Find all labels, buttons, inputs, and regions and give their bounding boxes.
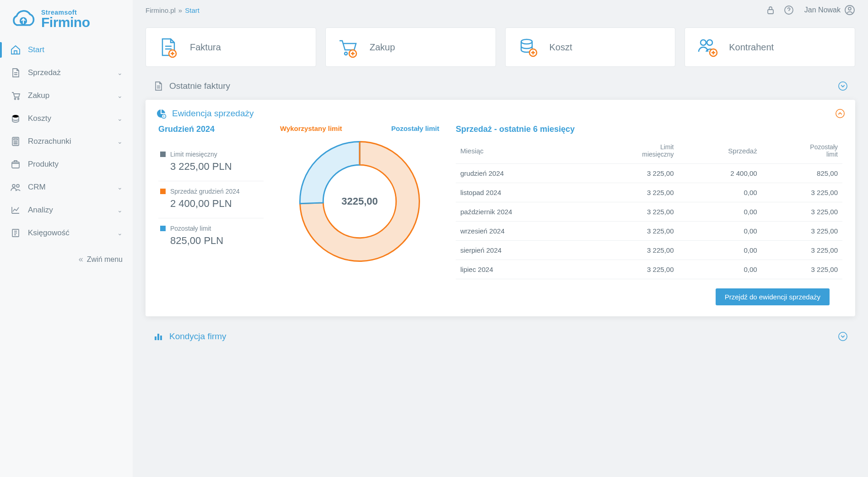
svg-point-11 <box>16 143 17 144</box>
swatch-orange <box>160 189 166 194</box>
sidebar-item-zakup[interactable]: Zakup ⌄ <box>0 84 133 107</box>
sidebar-item-label: Rozrachunki <box>28 137 71 146</box>
chevron-down-icon: ⌄ <box>117 229 123 237</box>
logo[interactable]: Streamsoft Firmino <box>0 0 133 35</box>
svg-point-28 <box>839 82 847 90</box>
svg-point-23 <box>521 39 532 44</box>
cell-month: wrzesień 2024 <box>456 222 589 241</box>
cart-icon <box>10 90 21 101</box>
svg-text:$: $ <box>163 115 165 118</box>
sidebar-item-label: Księgowość <box>28 228 70 238</box>
chart-label-used: Wykorzystany limit <box>280 125 342 132</box>
section-bar-company-health[interactable]: Kondycja firmy <box>146 325 855 348</box>
lock-icon[interactable] <box>765 5 776 16</box>
svg-point-9 <box>14 143 15 144</box>
brand-bottom: Firmino <box>41 16 90 29</box>
sidebar-item-ksiegowosc[interactable]: Księgowość ⌄ <box>0 222 133 244</box>
quick-card-faktura[interactable]: Faktura <box>146 27 316 67</box>
cell-limit: 3 225,00 <box>589 241 679 260</box>
help-icon[interactable] <box>783 5 794 16</box>
stat-value: 2 400,00 PLN <box>160 198 262 210</box>
cell-month: październik 2024 <box>456 202 589 222</box>
package-icon <box>10 159 21 170</box>
collapse-menu-button[interactable]: « Zwiń menu <box>0 248 133 271</box>
sidebar-item-start[interactable]: Start <box>0 38 133 61</box>
goto-sales-register-button[interactable]: Przejdź do ewidencji sprzedaży <box>716 288 830 305</box>
people-icon <box>10 182 21 193</box>
sidebar-item-label: Produkty <box>28 160 59 169</box>
cell-sales: 0,00 <box>679 183 762 202</box>
section-title: Ewidencja sprzedaży <box>172 108 253 119</box>
svg-point-8 <box>16 141 17 142</box>
sidebar-item-crm[interactable]: CRM ⌄ <box>0 176 133 199</box>
topbar: Firmino.pl » Start Jan Nowak <box>133 0 868 19</box>
chevron-down-circle-icon[interactable] <box>838 81 848 91</box>
stat-value: 3 225,00 PLN <box>160 161 262 173</box>
user-menu[interactable]: Jan Nowak <box>804 5 855 16</box>
book-icon <box>10 228 21 238</box>
cell-remain: 3 225,00 <box>762 222 842 241</box>
chevron-down-icon: ⌄ <box>117 138 123 145</box>
table-row: listopad 20243 225,000,003 225,00 <box>456 183 842 202</box>
table-row: październik 20243 225,000,003 225,00 <box>456 202 842 222</box>
col-limit: Limitmiesięczny <box>589 141 679 164</box>
svg-rect-36 <box>160 336 162 340</box>
sidebar-item-label: Zakup <box>28 91 49 100</box>
sidebar-item-koszty[interactable]: Koszty ⌄ <box>0 107 133 130</box>
section-bar-recent-invoices[interactable]: Ostatnie faktury <box>146 74 855 98</box>
user-name: Jan Nowak <box>804 6 841 14</box>
double-chevron-left-icon: « <box>79 255 83 264</box>
svg-point-1 <box>15 98 16 100</box>
cell-sales: 0,00 <box>679 241 762 260</box>
sidebar: Streamsoft Firmino Start Sprzedaż ⌄ Zaku… <box>0 0 133 477</box>
svg-point-37 <box>839 332 847 341</box>
section-bar-sales-register[interactable]: $ Ewidencja sprzedaży <box>146 100 855 122</box>
sidebar-item-analizy[interactable]: Analizy ⌄ <box>0 199 133 222</box>
pie-chart-icon: $ <box>156 108 167 119</box>
sidebar-item-sprzedaz[interactable]: Sprzedaż ⌄ <box>0 61 133 84</box>
collapse-menu-label: Zwiń menu <box>87 255 123 264</box>
calculator-icon <box>10 136 21 147</box>
donut-slice <box>300 142 360 204</box>
stat-sales: Sprzedaż grudzień 2024 2 400,00 PLN <box>158 181 264 218</box>
cell-remain: 3 225,00 <box>762 202 842 222</box>
col-sales: Sprzedaż <box>679 141 762 164</box>
donut-chart: 3225,00 <box>293 135 426 268</box>
svg-rect-16 <box>768 10 773 14</box>
quick-card-koszt[interactable]: Koszt <box>505 27 676 67</box>
svg-point-21 <box>345 52 347 55</box>
table-row: sierpień 20243 225,000,003 225,00 <box>456 241 842 260</box>
svg-rect-34 <box>155 336 156 340</box>
sales-summary-column: Grudzień 2024 Limit miesięczny 3 225,00 … <box>158 125 264 305</box>
sidebar-item-label: Analizy <box>28 206 53 215</box>
svg-point-7 <box>15 141 16 142</box>
chevron-down-icon: ⌄ <box>117 206 123 214</box>
cell-limit: 3 225,00 <box>589 164 679 183</box>
svg-rect-35 <box>157 334 159 340</box>
avatar-icon <box>844 5 855 16</box>
sidebar-item-label: CRM <box>28 183 46 192</box>
cell-sales: 0,00 <box>679 222 762 241</box>
donut-center-value: 3225,00 <box>341 195 378 207</box>
svg-point-10 <box>15 143 16 144</box>
chevron-down-circle-icon[interactable] <box>838 331 848 341</box>
table-row: grudzień 20243 225,002 400,00825,00 <box>456 164 842 183</box>
quick-card-zakup[interactable]: Zakup <box>325 27 496 67</box>
chevron-up-circle-icon[interactable] <box>835 108 845 119</box>
sidebar-item-produkty[interactable]: Produkty <box>0 153 133 176</box>
quick-card-kontrahent[interactable]: Kontrahent <box>685 27 855 67</box>
svg-point-19 <box>848 7 851 10</box>
svg-rect-5 <box>14 139 17 140</box>
cloud-upload-icon <box>10 8 37 30</box>
sidebar-item-rozrachunki[interactable]: Rozrachunki ⌄ <box>0 130 133 153</box>
section-title: Kondycja firmy <box>169 331 226 341</box>
donut-chart-column: Wykorzystany limit Pozostały limit 3225,… <box>277 125 442 305</box>
section-title: Ostatnie faktury <box>169 81 230 91</box>
sales-table-column: Sprzedaż - ostatnie 6 miesięcy Miesiąc L… <box>456 125 842 305</box>
svg-rect-12 <box>12 162 19 168</box>
breadcrumb-separator: » <box>178 6 182 14</box>
cell-month: sierpień 2024 <box>456 241 589 260</box>
cell-limit: 3 225,00 <box>589 183 679 202</box>
breadcrumb-root[interactable]: Firmino.pl <box>146 6 176 14</box>
breadcrumb-current[interactable]: Start <box>185 6 199 14</box>
